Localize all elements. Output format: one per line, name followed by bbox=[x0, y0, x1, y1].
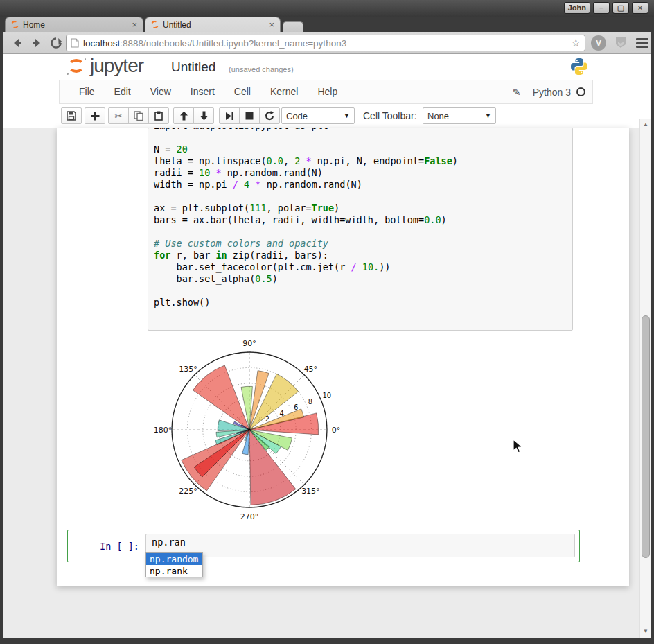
add-cell-button[interactable] bbox=[85, 107, 105, 124]
scroll-down-icon[interactable]: ▼ bbox=[640, 627, 651, 636]
window-close-button[interactable]: × bbox=[632, 2, 648, 14]
code-line bbox=[154, 132, 567, 143]
angle-tick-label: 0° bbox=[332, 426, 341, 435]
polar-bar bbox=[193, 365, 249, 430]
angle-tick-label: 315° bbox=[301, 487, 320, 496]
plus-icon bbox=[91, 112, 100, 121]
browser-address-bar: localhost:8888/notebooks/Untitled.ipynb?… bbox=[3, 32, 651, 54]
jupyter-logo-text[interactable]: jupyter bbox=[90, 55, 143, 77]
move-cell-down-button[interactable] bbox=[193, 107, 214, 124]
back-icon[interactable] bbox=[11, 37, 24, 49]
browser-viewport: jupyter Untitled (unsaved changes) FileE… bbox=[3, 54, 651, 638]
angle-tick-label: 135° bbox=[179, 365, 197, 374]
paste-icon bbox=[154, 111, 164, 121]
notebook-header: jupyter Untitled (unsaved changes) bbox=[3, 54, 651, 80]
jupyter-favicon bbox=[10, 20, 20, 30]
scroll-up-icon[interactable]: ▲ bbox=[640, 120, 651, 130]
angle-tick-label: 90° bbox=[242, 339, 256, 348]
jupyter-logo-icon[interactable] bbox=[67, 58, 86, 75]
completion-item[interactable]: np.random bbox=[146, 553, 202, 565]
scrollbar-thumb[interactable] bbox=[642, 315, 650, 558]
code-line: radii = 10 * np.random.rand(N) bbox=[154, 167, 567, 179]
notebook-title[interactable]: Untitled bbox=[171, 60, 215, 75]
code-cell-input[interactable]: import matplotlib.pyplot as plt N = 20th… bbox=[148, 128, 573, 331]
code-line: bar.set_facecolor(plt.cm.jet(r / 10.)) bbox=[154, 261, 567, 273]
code-line: theta = np.linspace(0.0, 2 * np.pi, N, e… bbox=[154, 155, 567, 167]
code-line: N = 20 bbox=[154, 143, 567, 155]
browser-tab-untitled[interactable]: Untitled × bbox=[145, 17, 281, 32]
input-prompt: In [ ]: bbox=[100, 541, 139, 552]
python-logo-icon bbox=[569, 57, 589, 76]
cell-type-select[interactable]: Code ▼ bbox=[281, 107, 355, 124]
divider bbox=[527, 86, 527, 98]
polar-bar-chart: 0°45°90°135°180°225°270°315°246810 bbox=[149, 333, 350, 527]
move-cell-up-button[interactable] bbox=[173, 107, 194, 124]
edit-mode-pencil-icon: ✎ bbox=[513, 87, 521, 98]
scissors-icon: ✂ bbox=[115, 111, 123, 121]
jupyter-favicon bbox=[150, 20, 160, 30]
code-line bbox=[154, 226, 567, 238]
save-button[interactable] bbox=[61, 107, 82, 124]
new-tab-button[interactable] bbox=[283, 21, 303, 32]
interrupt-kernel-button[interactable] bbox=[239, 107, 260, 124]
run-cell-button[interactable] bbox=[219, 107, 240, 124]
browser-tab-strip: Home × Untitled × bbox=[3, 17, 651, 32]
notebook-scroll-area[interactable]: import matplotlib.pyplot as plt N = 20th… bbox=[3, 128, 651, 638]
page-scrollbar[interactable]: ▲ ▼ bbox=[639, 119, 651, 638]
window-titlebar: John – ▢ × bbox=[0, 0, 654, 17]
kernel-name-label: Python 3 bbox=[533, 87, 571, 98]
chevron-down-icon: ▼ bbox=[485, 112, 491, 119]
menu-kernel[interactable]: Kernel bbox=[260, 80, 308, 103]
bookmark-star-icon[interactable]: ☆ bbox=[572, 37, 581, 49]
extension-v-icon[interactable]: V bbox=[591, 35, 606, 51]
code-line bbox=[154, 191, 567, 202]
copy-cell-button[interactable] bbox=[128, 107, 149, 124]
code-line: # Use custom colors and opacity bbox=[154, 238, 567, 250]
menu-help[interactable]: Help bbox=[308, 80, 347, 103]
restart-kernel-button[interactable] bbox=[259, 107, 280, 124]
active-code-cell[interactable]: In [ ]: np.ran bbox=[67, 530, 580, 562]
close-tab-icon[interactable]: × bbox=[132, 21, 137, 29]
cell-toolbar-label: Cell Toolbar: bbox=[363, 110, 417, 121]
notebook-container: import matplotlib.pyplot as plt N = 20th… bbox=[57, 128, 629, 586]
forward-icon[interactable] bbox=[30, 37, 43, 49]
menu-view[interactable]: View bbox=[141, 80, 181, 103]
window-user-label: John bbox=[564, 2, 590, 14]
code-line: plt.show() bbox=[154, 297, 567, 308]
browser-menu-icon[interactable] bbox=[636, 38, 648, 50]
cell-toolbar-select[interactable]: None ▼ bbox=[423, 107, 496, 124]
menu-edit[interactable]: Edit bbox=[105, 80, 141, 103]
completion-item[interactable]: np.rank bbox=[146, 565, 202, 577]
menu-file[interactable]: File bbox=[69, 80, 105, 103]
code-input-field[interactable]: np.ran bbox=[145, 534, 575, 557]
window-maximize-button[interactable]: ▢ bbox=[612, 2, 629, 14]
kernel-idle-indicator bbox=[576, 87, 585, 96]
window-minimize-button[interactable]: – bbox=[593, 2, 610, 14]
cell-toolbar-value: None bbox=[427, 111, 449, 121]
arrow-down-icon bbox=[200, 111, 209, 121]
radial-tick-label: 6 bbox=[294, 403, 298, 411]
browser-tab-home[interactable]: Home × bbox=[5, 17, 143, 32]
radial-tick-label: 4 bbox=[279, 410, 283, 417]
paste-cell-button[interactable] bbox=[148, 107, 169, 124]
page-icon bbox=[71, 38, 79, 48]
stop-icon bbox=[245, 112, 254, 120]
notebook-toolbar: ✂ bbox=[3, 104, 651, 128]
menu-insert[interactable]: Insert bbox=[181, 80, 224, 103]
url-path: :8888/notebooks/Untitled.ipynb?kernel_na… bbox=[120, 38, 346, 49]
cut-cell-button[interactable]: ✂ bbox=[108, 107, 129, 124]
reload-icon[interactable] bbox=[50, 37, 62, 49]
refresh-icon bbox=[265, 111, 274, 121]
menu-cell[interactable]: Cell bbox=[224, 80, 260, 103]
copy-icon bbox=[134, 111, 143, 121]
close-tab-icon[interactable]: × bbox=[269, 21, 274, 29]
angle-tick-label: 270° bbox=[240, 512, 259, 521]
url-field[interactable]: localhost:8888/notebooks/Untitled.ipynb?… bbox=[66, 35, 585, 51]
chevron-down-icon: ▼ bbox=[344, 112, 350, 119]
extension-shield-icon[interactable] bbox=[614, 36, 628, 50]
code-line: width = np.pi / 4 * np.random.rand(N) bbox=[154, 179, 567, 191]
angle-tick-label: 45° bbox=[304, 365, 318, 374]
tab-label: Home bbox=[23, 20, 45, 30]
angle-tick-label: 180° bbox=[154, 426, 173, 435]
step-forward-icon bbox=[225, 112, 234, 121]
